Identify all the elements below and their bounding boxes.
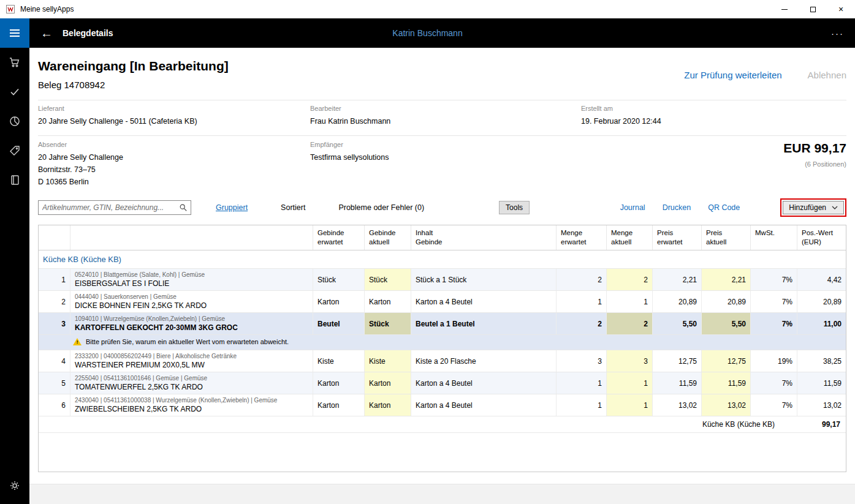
sidebar-item-settings[interactable] <box>0 471 29 500</box>
cell-menge_erwartet[interactable]: 1 <box>557 372 607 394</box>
current-user-label[interactable]: Katrin Buschmann <box>392 28 462 38</box>
cell-gebinde_aktuell[interactable]: Stück <box>365 269 411 290</box>
cell-gebinde_aktuell[interactable]: Karton <box>365 394 411 416</box>
cell-gebinde_erwartet[interactable]: Kiste <box>313 350 365 372</box>
article-cell[interactable]: 1094010 | Wurzelgemüse (Knollen,Zwiebeln… <box>70 313 313 334</box>
column-header[interactable]: Preiserwartet <box>653 225 702 250</box>
cell-preis_erwartet[interactable]: 5,50 <box>653 313 702 334</box>
cell-preis_aktuell[interactable]: 2,21 <box>702 269 751 290</box>
cell-menge_aktuell[interactable]: 2 <box>607 269 653 290</box>
table-row[interactable]: 31094010 | Wurzelgemüse (Knollen,Zwiebel… <box>39 313 846 335</box>
cell-menge_erwartet[interactable]: 1 <box>557 291 607 312</box>
cell-inhalt[interactable]: Karton a 4 Beutel <box>411 291 557 312</box>
cell-menge_aktuell[interactable]: 1 <box>607 372 653 394</box>
table-row[interactable]: 10524010 | Blattgemüse (Salate, Kohl) | … <box>39 269 846 291</box>
column-header[interactable]: MwSt. <box>751 225 797 250</box>
cell-gebinde_erwartet[interactable]: Karton <box>313 394 365 416</box>
cell-preis_erwartet[interactable]: 20,89 <box>653 291 702 312</box>
article-cell[interactable]: 2333200 | 04000856202449 | Biere | Alkoh… <box>70 350 313 372</box>
cell-gebinde_erwartet[interactable]: Beutel <box>313 313 365 334</box>
article-cell[interactable]: 2255040 | 05411361001646 | Gemüse | Gemü… <box>70 372 313 394</box>
cell-mwst[interactable]: 19% <box>751 350 797 372</box>
sidebar-item-cart[interactable] <box>0 48 29 77</box>
cell-pos_wert[interactable]: 4,42 <box>797 269 846 290</box>
cell-preis_erwartet[interactable]: 2,21 <box>653 269 702 290</box>
tools-button[interactable]: Tools <box>499 201 530 214</box>
cell-preis_aktuell[interactable]: 20,89 <box>702 291 751 312</box>
cell-inhalt[interactable]: Beutel a 1 Beutel <box>411 313 557 334</box>
table-row[interactable]: 52255040 | 05411361001646 | Gemüse | Gem… <box>39 372 846 394</box>
print-link[interactable]: Drucken <box>663 203 691 212</box>
cell-gebinde_erwartet[interactable]: Stück <box>313 269 365 290</box>
cell-preis_erwartet[interactable]: 12,75 <box>653 350 702 372</box>
cell-mwst[interactable]: 7% <box>751 269 797 290</box>
sidebar-item-tasks[interactable] <box>0 77 29 107</box>
cell-preis_aktuell[interactable]: 5,50 <box>702 313 751 334</box>
column-header[interactable]: InhaltGebinde <box>411 225 557 250</box>
cell-menge_aktuell[interactable]: 3 <box>607 350 653 372</box>
maximize-button[interactable] <box>799 0 827 18</box>
article-cell[interactable]: 0444040 | Sauerkonserven | GemüseDICKE B… <box>70 291 313 312</box>
article-cell[interactable]: 0524010 | Blattgemüse (Salate, Kohl) | G… <box>70 269 313 290</box>
cell-inhalt[interactable]: Karton a 4 Beutel <box>411 394 557 416</box>
cell-preis_aktuell[interactable]: 12,75 <box>702 350 751 372</box>
column-header[interactable]: Preisaktuell <box>702 225 751 250</box>
add-button[interactable]: Hinzufügen <box>783 201 844 214</box>
cell-menge_erwartet[interactable]: 2 <box>557 269 607 290</box>
problems-filter[interactable]: Probleme oder Fehler (0) <box>338 203 424 212</box>
search-icon[interactable] <box>176 203 191 212</box>
reject-action[interactable]: Ablehnen <box>808 70 846 80</box>
hamburger-menu-button[interactable] <box>0 18 29 48</box>
cell-mwst[interactable]: 7% <box>751 313 797 334</box>
cell-gebinde_aktuell[interactable]: Karton <box>365 372 411 394</box>
cell-menge_aktuell[interactable]: 1 <box>607 394 653 416</box>
sidebar-item-reports[interactable] <box>0 107 29 136</box>
qr-code-link[interactable]: QR Code <box>708 203 740 212</box>
column-header[interactable]: Mengeerwartet <box>557 225 607 250</box>
cell-preis_aktuell[interactable]: 13,02 <box>702 394 751 416</box>
cell-pos_wert[interactable]: 11,59 <box>797 372 846 394</box>
close-button[interactable]: × <box>827 0 855 18</box>
cell-pos_wert[interactable]: 38,25 <box>797 350 846 372</box>
cell-gebinde_erwartet[interactable]: Karton <box>313 372 365 394</box>
forward-for-review-link[interactable]: Zur Prüfung weiterleiten <box>684 70 781 80</box>
cell-preis_erwartet[interactable]: 11,59 <box>653 372 702 394</box>
cell-preis_erwartet[interactable]: 13,02 <box>653 394 702 416</box>
sidebar-item-journal[interactable] <box>0 165 29 195</box>
cell-pos_wert[interactable]: 13,02 <box>797 394 846 416</box>
group-header[interactable]: Küche KB (Küche KB) <box>39 250 846 269</box>
table-row[interactable]: 42333200 | 04000856202449 | Biere | Alko… <box>39 350 846 372</box>
column-header[interactable]: Gebindeerwartet <box>313 225 365 250</box>
cell-pos_wert[interactable]: 11,00 <box>797 313 846 334</box>
column-header[interactable]: Mengeaktuell <box>607 225 653 250</box>
more-options-button[interactable]: ··· <box>831 28 844 39</box>
article-cell[interactable]: 2430040 | 05411361000038 | Wurzelgemüse … <box>70 394 313 416</box>
sorted-toggle[interactable]: Sortiert <box>281 203 305 212</box>
grouped-toggle[interactable]: Gruppiert <box>216 203 248 212</box>
cell-gebinde_erwartet[interactable]: Karton <box>313 291 365 312</box>
journal-link[interactable]: Journal <box>620 203 645 212</box>
cell-menge_erwartet[interactable]: 3 <box>557 350 607 372</box>
cell-menge_aktuell[interactable]: 1 <box>607 291 653 312</box>
cell-menge_aktuell[interactable]: 2 <box>607 313 653 334</box>
cell-preis_aktuell[interactable]: 11,59 <box>702 372 751 394</box>
cell-inhalt[interactable]: Karton a 4 Beutel <box>411 372 557 394</box>
column-header[interactable]: Gebindeaktuell <box>365 225 411 250</box>
cell-inhalt[interactable]: Stück a 1 Stück <box>411 269 557 290</box>
cell-gebinde_aktuell[interactable]: Karton <box>365 291 411 312</box>
sidebar-item-prices[interactable] <box>0 136 29 165</box>
column-header[interactable]: Pos.-Wert(EUR) <box>797 225 846 250</box>
table-row[interactable]: 20444040 | Sauerkonserven | GemüseDICKE … <box>39 291 846 313</box>
search-input[interactable] <box>39 203 176 212</box>
cell-mwst[interactable]: 7% <box>751 291 797 312</box>
cell-menge_erwartet[interactable]: 2 <box>557 313 607 334</box>
minimize-button[interactable] <box>770 0 799 18</box>
cell-inhalt[interactable]: Kiste a 20 Flasche <box>411 350 557 372</box>
cell-mwst[interactable]: 7% <box>751 394 797 416</box>
cell-gebinde_aktuell[interactable]: Stück <box>365 313 411 334</box>
cell-pos_wert[interactable]: 20,89 <box>797 291 846 312</box>
cell-menge_erwartet[interactable]: 1 <box>557 394 607 416</box>
back-button[interactable]: ← <box>39 26 55 40</box>
cell-gebinde_aktuell[interactable]: Kiste <box>365 350 411 372</box>
cell-mwst[interactable]: 7% <box>751 372 797 394</box>
